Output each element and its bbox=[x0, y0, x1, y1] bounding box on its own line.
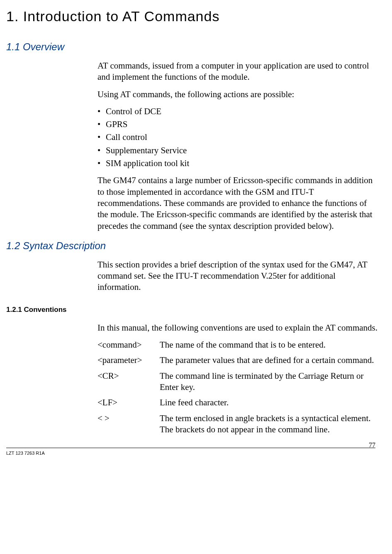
definition-row: <LF> Line feed character. bbox=[97, 397, 380, 408]
definition-description: The command line is terminated by the Ca… bbox=[160, 370, 380, 393]
definition-term: <parameter> bbox=[97, 355, 160, 366]
paragraph: This section provides a brief descriptio… bbox=[97, 259, 380, 293]
subsection-heading-1-2-1: 1.2.1 Conventions bbox=[4, 306, 380, 314]
section-heading-1-1: 1.1 Overview bbox=[4, 41, 380, 53]
footer-doc-id: LZT 123 7263 R1A bbox=[6, 451, 45, 456]
list-item: Control of DCE bbox=[97, 106, 380, 117]
definition-term: <LF> bbox=[97, 397, 160, 408]
section-1-1-body: AT commands, issued from a computer in y… bbox=[97, 60, 380, 232]
list-item: SIM application tool kit bbox=[97, 158, 380, 169]
definition-term: <CR> bbox=[97, 370, 160, 393]
definition-row: <command> The name of the command that i… bbox=[97, 339, 380, 351]
definition-row: <parameter> The parameter values that ar… bbox=[97, 355, 380, 366]
definition-row: < > The term enclosed in angle brackets … bbox=[97, 413, 380, 436]
paragraph: The GM47 contains a large number of Eric… bbox=[97, 175, 380, 231]
section-heading-1-2: 1.2 Syntax Description bbox=[4, 240, 380, 252]
document-page: 1. Introduction to AT Commands 1.1 Overv… bbox=[0, 0, 392, 544]
definition-description: The name of the command that is to be en… bbox=[160, 339, 380, 351]
definition-description: The parameter values that are defined fo… bbox=[160, 355, 380, 366]
definition-term: <command> bbox=[97, 339, 160, 351]
paragraph: Using AT commands, the following actions… bbox=[97, 89, 380, 100]
chapter-title: 1. Introduction to AT Commands bbox=[4, 8, 380, 25]
definition-row: <CR> The command line is terminated by t… bbox=[97, 370, 380, 393]
bullet-list: Control of DCE GPRS Call control Supplem… bbox=[97, 106, 380, 169]
footer-page-number: 77 bbox=[369, 441, 375, 449]
list-item: Call control bbox=[97, 132, 380, 143]
page-footer: LZT 123 7263 R1A 77 bbox=[6, 448, 375, 456]
definition-description: The term enclosed in angle brackets is a… bbox=[160, 413, 380, 436]
list-item: GPRS bbox=[97, 119, 380, 130]
definition-term: < > bbox=[97, 413, 160, 436]
section-1-2-1-body: In this manual, the following convention… bbox=[97, 322, 380, 435]
paragraph: In this manual, the following convention… bbox=[97, 322, 380, 333]
list-item: Supplementary Service bbox=[97, 145, 380, 156]
definition-description: Line feed character. bbox=[160, 397, 380, 408]
paragraph: AT commands, issued from a computer in y… bbox=[97, 60, 380, 83]
section-1-2-body: This section provides a brief descriptio… bbox=[97, 259, 380, 293]
